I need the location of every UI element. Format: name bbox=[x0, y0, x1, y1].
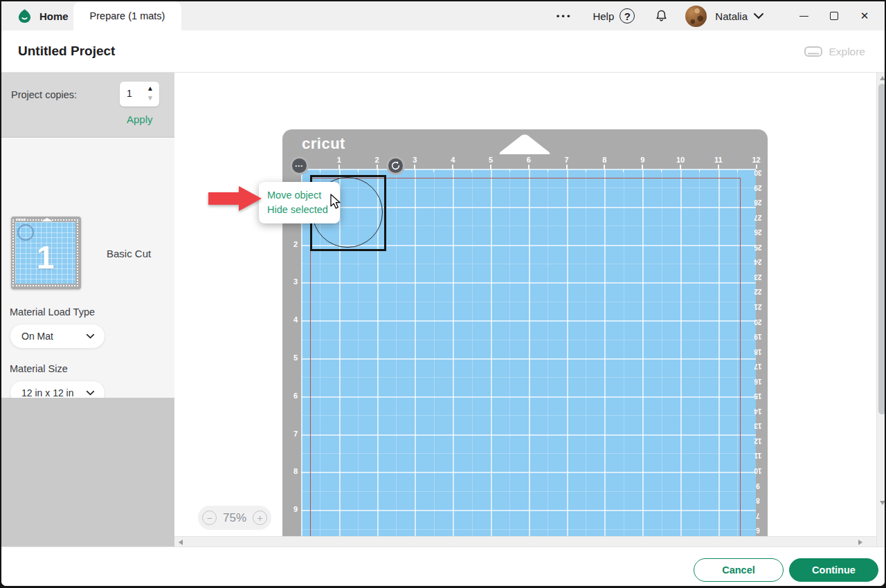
material-size-value: 12 in x 12 in bbox=[21, 387, 74, 398]
scroll-right-icon[interactable] bbox=[858, 540, 862, 545]
ruler-number: 3 bbox=[406, 156, 423, 164]
ruler-half-tick bbox=[699, 169, 700, 172]
ruler-number: 6 bbox=[748, 526, 768, 534]
tab-prepare[interactable]: Prepare (1 mats) bbox=[73, 1, 181, 30]
notifications-bell-icon[interactable] bbox=[654, 8, 669, 24]
ruler-number: 2 bbox=[285, 240, 298, 248]
canvas-area: cricut 123456789101112 123456789 3029282… bbox=[174, 73, 876, 536]
ruler-half-tick bbox=[471, 169, 472, 172]
ruler-number: 10 bbox=[748, 467, 768, 475]
explore-button[interactable]: Explore bbox=[804, 46, 865, 58]
tab-actions: ••• Help ? Natalia ✕ bbox=[557, 1, 885, 30]
ruler-number: 2 bbox=[369, 156, 386, 164]
ruler-number: 11 bbox=[710, 156, 727, 164]
vertical-scrollbar[interactable] bbox=[876, 73, 885, 546]
minimize-button[interactable] bbox=[793, 6, 814, 26]
ruler-number: 24 bbox=[748, 258, 768, 266]
ruler-number: 6 bbox=[521, 156, 537, 164]
rotate-button[interactable] bbox=[386, 156, 405, 175]
ruler-number: 11 bbox=[748, 452, 768, 459]
apply-link[interactable]: Apply bbox=[127, 113, 153, 125]
mat-thumbnail[interactable]: cricut 1 bbox=[11, 217, 81, 289]
callout-arrow-icon bbox=[208, 185, 262, 212]
scroll-up-icon[interactable] bbox=[880, 76, 885, 80]
ruler-number: 7 bbox=[285, 430, 298, 438]
help-label: Help bbox=[593, 10, 614, 22]
scrollbar-thumb[interactable] bbox=[878, 84, 885, 414]
ruler-number: 9 bbox=[634, 156, 651, 164]
ruler-number: 27 bbox=[748, 214, 768, 221]
ruler-tick bbox=[566, 165, 568, 169]
context-menu: Move object Hide selected bbox=[259, 182, 340, 223]
ruler-half-tick bbox=[358, 169, 359, 172]
ruler-number: 8 bbox=[285, 467, 298, 475]
tab-home[interactable]: Home bbox=[7, 1, 78, 30]
tab-prepare-label: Prepare (1 mats) bbox=[90, 10, 165, 21]
ruler-number: 4 bbox=[444, 156, 461, 164]
ruler-tick bbox=[414, 165, 415, 169]
ruler-number: 30 bbox=[748, 169, 768, 176]
scroll-down-icon[interactable] bbox=[880, 501, 885, 505]
ruler-number: 20 bbox=[748, 318, 768, 326]
close-button[interactable]: ✕ bbox=[854, 6, 875, 26]
zoom-out-button[interactable]: − bbox=[202, 511, 217, 525]
help-button[interactable]: Help ? bbox=[593, 8, 635, 24]
home-icon bbox=[17, 8, 33, 24]
stepper-up-icon[interactable]: ▲ bbox=[147, 84, 154, 93]
ruler-number: 12 bbox=[748, 437, 768, 445]
mat-list-section: cricut 1 Basic Cut Material Load Type On… bbox=[1, 138, 174, 398]
ruler-number: 15 bbox=[748, 392, 768, 400]
ruler-number: 10 bbox=[672, 156, 689, 164]
ruler-tick bbox=[642, 165, 643, 169]
menu-item-hide-selected[interactable]: Hide selected bbox=[267, 203, 332, 217]
ruler-tick bbox=[490, 165, 491, 169]
ruler-number: 4 bbox=[285, 315, 298, 324]
scroll-left-icon[interactable] bbox=[179, 540, 183, 545]
menu-item-move-object[interactable]: Move object bbox=[267, 188, 332, 203]
avatar[interactable] bbox=[685, 6, 707, 27]
zoom-in-button[interactable]: + bbox=[253, 511, 267, 525]
stepper-down-icon[interactable]: ▼ bbox=[147, 94, 154, 102]
ruler-tick bbox=[604, 165, 605, 169]
rotate-icon bbox=[390, 160, 401, 171]
ruler-number: 13 bbox=[748, 422, 768, 430]
material-load-type-value: On Mat bbox=[21, 331, 53, 342]
horizontal-scrollbar[interactable] bbox=[174, 536, 876, 546]
question-icon: ? bbox=[620, 8, 635, 24]
ruler-number: 25 bbox=[748, 244, 768, 251]
page-title: Untitled Project bbox=[18, 44, 115, 59]
ruler-number: 22 bbox=[748, 288, 768, 295]
ruler-number: 29 bbox=[748, 184, 768, 192]
copies-stepper[interactable]: 1 ▲ ▼ bbox=[120, 82, 159, 107]
thumbnail-grid: 1 bbox=[15, 222, 75, 284]
copies-value: 1 bbox=[127, 88, 132, 99]
chevron-down-icon[interactable] bbox=[753, 12, 764, 19]
ruler-number: 17 bbox=[748, 362, 768, 370]
user-name[interactable]: Natalia bbox=[715, 10, 748, 22]
overflow-menu-icon[interactable]: ••• bbox=[557, 11, 572, 21]
ruler-tick bbox=[338, 165, 340, 169]
ruler-number: 9 bbox=[748, 482, 768, 490]
ruler-tick bbox=[452, 165, 453, 169]
cancel-button[interactable]: Cancel bbox=[694, 558, 784, 582]
zoom-level: 75% bbox=[223, 511, 246, 525]
app-window: Home Prepare (1 mats) ••• Help ? Natalia bbox=[1, 1, 885, 586]
zoom-control: − 75% + bbox=[198, 506, 271, 530]
mat-notch bbox=[494, 134, 555, 154]
material-load-type-select[interactable]: On Mat bbox=[10, 324, 105, 349]
more-options-button[interactable]: ••• bbox=[290, 156, 309, 175]
machine-icon bbox=[804, 46, 822, 57]
ruler-half-tick bbox=[623, 169, 624, 172]
ruler-number: 12 bbox=[748, 156, 765, 164]
ruler-number: 8 bbox=[748, 497, 768, 504]
ruler-number: 7 bbox=[559, 156, 575, 164]
ruler-number: 21 bbox=[748, 303, 768, 311]
ruler-number: 16 bbox=[748, 378, 768, 385]
ruler-number: 28 bbox=[748, 199, 768, 206]
mat-type-label: Basic Cut bbox=[107, 248, 151, 259]
continue-button[interactable]: Continue bbox=[789, 558, 878, 582]
ruler-tick bbox=[528, 165, 530, 169]
maximize-button[interactable] bbox=[824, 6, 844, 26]
ruler-half-tick bbox=[737, 169, 738, 172]
footer-bar: Cancel Continue bbox=[1, 546, 885, 586]
